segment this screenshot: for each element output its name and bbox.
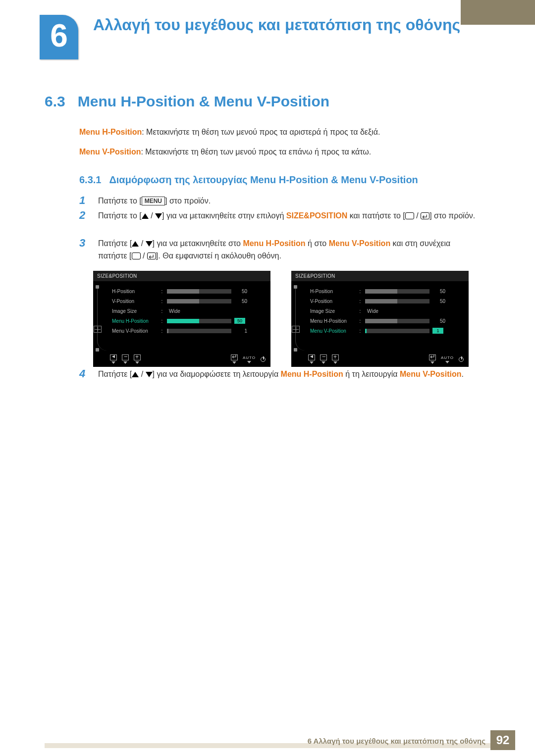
step-num-4: 4 xyxy=(79,368,89,381)
intro-v-position: Menu V-Position: Μετακινήστε τη θέση των… xyxy=(79,147,476,157)
header-accent xyxy=(461,0,535,25)
step-num-3: 3 xyxy=(79,238,89,262)
osd-row-0: H-Position: 50 xyxy=(308,286,464,296)
down-arrow-icon xyxy=(155,213,162,219)
osd-row-4: Menu V-Position: 1 xyxy=(110,326,266,336)
power-icon xyxy=(459,357,464,362)
chapter-number-badge: 6 xyxy=(40,15,78,59)
s3b: ] για να μετακινηθείτε στο xyxy=(153,239,243,248)
up-arrow-icon xyxy=(132,241,139,247)
osd-row-2: Image Size: Wide xyxy=(110,306,266,316)
s3v: Menu V-Position xyxy=(329,239,390,248)
s1a: Πατήστε το [ xyxy=(98,197,142,205)
minus-icon xyxy=(320,354,327,360)
step-3: 3 Πατήστε [ / ] για να μετακινηθείτε στο… xyxy=(79,238,476,262)
label-v-position: Menu V-Position xyxy=(79,148,141,156)
enter-icon xyxy=(429,354,436,360)
up-arrow-icon xyxy=(142,213,149,219)
page-number: 92 xyxy=(490,730,515,750)
s3h: Menu H-Position xyxy=(243,239,305,248)
text-v-position: : Μετακινήστε τη θέση των μενού προς τα … xyxy=(141,148,371,156)
enter-icon xyxy=(231,354,238,360)
osd-row-3: Menu H-Position: 50 xyxy=(308,316,464,326)
s3d: ]. Θα εμφανιστεί η ακόλουθη οθόνη. xyxy=(156,252,281,260)
osd-row-0: H-Position: 50 xyxy=(110,286,266,296)
label-h-position: Menu H-Position xyxy=(79,128,142,136)
source-icon xyxy=(132,252,141,259)
step-1: 1 Πατήστε το [MENU] στο προϊόν. xyxy=(79,195,476,207)
enter-icon xyxy=(421,212,429,219)
s1b: ] στο προϊόν. xyxy=(165,197,211,205)
osd-title: SIZE&POSITION xyxy=(93,271,270,281)
step-2: 2 Πατήστε το [ / ] για να μετακινηθείτε … xyxy=(79,210,476,222)
step-num-2: 2 xyxy=(79,210,89,222)
osd-rail xyxy=(97,286,107,351)
s4c: . xyxy=(461,370,463,378)
up-arrow-icon xyxy=(132,372,139,377)
minus-icon xyxy=(122,354,129,360)
back-icon xyxy=(110,354,117,360)
osd-row-2: Image Size: Wide xyxy=(308,306,464,316)
osd-rail xyxy=(295,286,305,351)
intro-h-position: Menu H-Position: Μετακινήστε τη θέση των… xyxy=(79,127,476,138)
menu-key-icon: MENU xyxy=(142,197,165,205)
power-icon xyxy=(261,357,266,362)
osd-row-1: V-Position: 50 xyxy=(110,296,266,306)
subsection-heading: 6.3.1 Διαμόρφωση της λειτουργίας Menu H-… xyxy=(79,174,418,186)
osd-row-3: Menu H-Position: 50 xyxy=(110,316,266,326)
s2a: Πατήστε το [ xyxy=(98,211,142,220)
subsection-title: Διαμόρφωση της λειτουργίας Menu H-Positi… xyxy=(109,174,418,185)
s4b: ] για να διαμορφώσετε τη λειτουργία xyxy=(153,370,281,378)
section-heading: 6.3 Menu H-Position & Menu V-Position xyxy=(45,93,329,110)
section-title: Menu H-Position & Menu V-Position xyxy=(78,93,329,109)
osd-row-4: Menu V-Position: 1 xyxy=(308,326,464,336)
page-footer: 6 Αλλαγή του μεγέθους και μετατόπιση της… xyxy=(0,730,535,750)
osd-title: SIZE&POSITION xyxy=(291,271,469,281)
s2b: ] για να μετακινηθείτε στην επιλογή xyxy=(162,211,286,220)
s4or: ή τη λειτουργία xyxy=(343,370,400,378)
osd-row-1: V-Position: 50 xyxy=(308,296,464,306)
size-position-icon xyxy=(292,326,300,333)
osd-footer: AUTO xyxy=(93,352,270,364)
down-arrow-icon xyxy=(146,241,153,247)
chapter-title: Αλλαγή του μεγέθους και μετατόπιση της ο… xyxy=(93,15,460,35)
osd-panel-right: SIZE&POSITION H-Position: 50 V-Position:… xyxy=(291,271,469,367)
chapter-header: 6 Αλλαγή του μεγέθους και μετατόπιση της… xyxy=(40,15,460,59)
s2c: και πατήστε το [ xyxy=(347,211,405,220)
footer-text: 6 Αλλαγή του μεγέθους και μετατόπιση της… xyxy=(308,737,485,745)
s3or: ή στο xyxy=(306,239,329,248)
source-icon xyxy=(405,212,414,219)
auto-label: AUTO xyxy=(441,355,454,360)
s3a: Πατήστε [ xyxy=(98,239,132,248)
back-icon xyxy=(308,354,315,360)
s4a: Πατήστε [ xyxy=(98,370,132,378)
section-number: 6.3 xyxy=(45,93,65,109)
text-h-position: : Μετακινήστε τη θέση των μενού προς τα … xyxy=(142,128,380,136)
osd-screenshots: SIZE&POSITION H-Position: 50 V-Position:… xyxy=(93,271,469,367)
size-position-label: SIZE&POSITION xyxy=(286,211,348,220)
step-num-1: 1 xyxy=(79,195,89,207)
s4v: Menu V-Position xyxy=(400,370,461,378)
auto-label: AUTO xyxy=(243,355,256,360)
subsection-number: 6.3.1 xyxy=(79,174,101,185)
plus-icon xyxy=(134,354,141,360)
enter-icon xyxy=(147,252,156,259)
plus-icon xyxy=(332,354,339,360)
down-arrow-icon xyxy=(146,372,153,377)
s2d: ] στο προϊόν. xyxy=(429,211,475,220)
osd-footer: AUTO xyxy=(291,352,469,364)
s4h: Menu H-Position xyxy=(281,370,343,378)
size-position-icon xyxy=(94,326,102,333)
osd-panel-left: SIZE&POSITION H-Position: 50 V-Position:… xyxy=(93,271,270,367)
step-4: 4 Πατήστε [ / ] για να διαμορφώσετε τη λ… xyxy=(79,368,476,381)
